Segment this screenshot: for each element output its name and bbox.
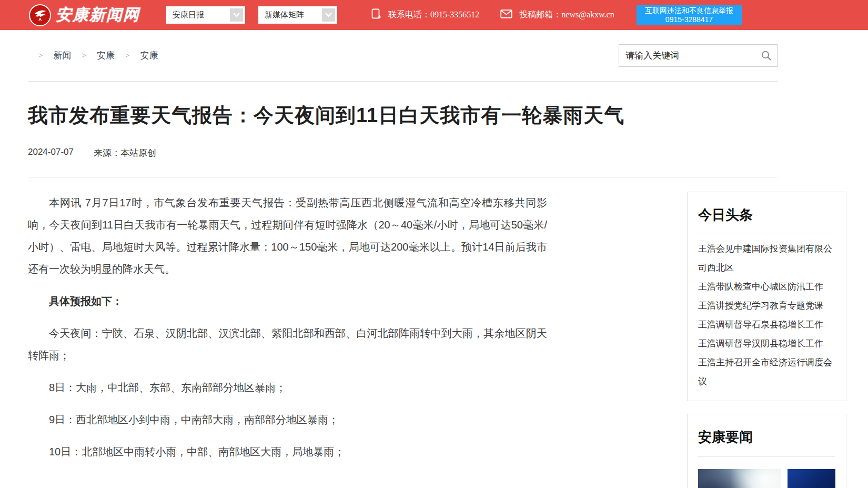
article-body: 本网讯 7月7日17时，市气象台发布重要天气报告：受副热带高压西北侧暖湿气流和高… (28, 192, 547, 488)
phone-icon (371, 8, 381, 22)
article-date: 2024-07-07 (28, 147, 74, 159)
news-graphic-thumbnail[interactable]: 要闻 (788, 469, 835, 488)
chevron-right-icon: > (125, 51, 129, 60)
article-paragraph: 今天夜间：宁陕、石泉、汉阴北部、汉滨北部、紫阳北部和西部、白河北部阵雨转中到大雨… (28, 322, 547, 366)
headline-item[interactable]: 王浩会见中建国际投资集团有限公司西北区 (698, 240, 835, 277)
report-button-line1: 互联网违法和不良信息举报 (637, 6, 742, 15)
submit-email-text: 投稿邮箱：news@akxw.cn (519, 9, 614, 21)
article-source: 来源：本站原创 (94, 147, 156, 159)
today-headlines-list: 王浩会见中建国际投资集团有限公司西北区 王浩带队检查中心城区防汛工作 王浩讲授党… (698, 240, 835, 391)
breadcrumb-ankang[interactable]: 安康 (97, 49, 115, 62)
breadcrumb-row: > 新闻 > 安康 > 安康 (28, 30, 778, 82)
report-button-line2: 0915-3288417 (637, 15, 742, 24)
article-meta: 2024-07-07 来源：本站原创 (28, 147, 778, 159)
chevron-right-icon: > (38, 51, 43, 60)
daily-paper-dropdown[interactable]: 安康日报 (166, 6, 245, 24)
site-name: 安康新闻网 (56, 4, 140, 26)
rain-photo-thumbnail[interactable] (698, 469, 781, 488)
new-media-dropdown-value: 新媒体矩阵 (265, 10, 304, 20)
sidebar: 今日头条 王浩会见中建国际投资集团有限公司西北区 王浩带队检查中心城区防汛工作 … (687, 192, 846, 488)
today-headlines-box: 今日头条 王浩会见中建国际投资集团有限公司西北区 王浩带队检查中心城区防汛工作 … (687, 192, 846, 401)
contact-phone-block: 联系电话：0915-3356512 (371, 8, 479, 22)
page-content: > 新闻 > 安康 > 安康 我市发布重要天气报告：今天夜间到11日白天我市有一… (28, 30, 778, 488)
search-input[interactable] (625, 51, 761, 61)
mail-icon (500, 9, 512, 21)
daily-paper-dropdown-value: 安康日报 (173, 10, 204, 20)
ankang-news-box: 安康要闻 要闻 (687, 414, 846, 488)
site-header: A 安康新闻网 安康日报 新媒体矩阵 联系电话：0915-3356512 (0, 0, 868, 30)
illegal-info-report-button[interactable]: 互联网违法和不良信息举报 0915-3288417 (637, 5, 742, 25)
site-logo[interactable]: A 安康新闻网 (29, 4, 140, 26)
headline-item[interactable]: 王浩主持召开全市经济运行调度会议 (698, 353, 835, 391)
breadcrumb-ankang-2[interactable]: 安康 (140, 49, 158, 62)
article-paragraph: 9日：西北部地区小到中雨，中南部大雨，南部部分地区暴雨； (28, 409, 547, 431)
article-paragraph: 本网讯 7月7日17时，市气象台发布重要天气报告：受副热带高压西北侧暖湿气流和高… (28, 192, 547, 280)
article-paragraph: 10日：北部地区中雨转小雨，中部、南部地区大雨，局地暴雨； (28, 441, 547, 463)
headline-item[interactable]: 王浩讲授党纪学习教育专题党课 (698, 296, 835, 315)
headline-item[interactable]: 王浩调研督导石泉县稳增长工作 (698, 315, 835, 334)
main-area: 本网讯 7月7日17时，市气象台发布重要天气报告：受副热带高压西北侧暖湿气流和高… (28, 192, 778, 488)
new-media-dropdown[interactable]: 新媒体矩阵 (258, 6, 337, 24)
search-box (619, 44, 778, 67)
chevron-right-icon: > (82, 51, 86, 60)
divider (28, 177, 778, 177)
chevron-down-icon (322, 8, 335, 22)
article-paragraph-forecast-heading: 具体预报如下： (28, 290, 547, 312)
logo-bird-icon: A (29, 4, 51, 26)
chevron-down-icon (230, 8, 243, 22)
headline-item[interactable]: 王浩带队检查中心城区防汛工作 (698, 277, 835, 296)
submit-email-block: 投稿邮箱：news@akxw.cn (500, 9, 614, 21)
search-icon[interactable] (761, 50, 772, 61)
contact-phone-text: 联系电话：0915-3356512 (388, 9, 479, 21)
svg-text:A: A (38, 17, 42, 22)
article-title: 我市发布重要天气报告：今天夜间到11日白天我市有一轮暴雨天气 (28, 104, 778, 128)
breadcrumb-news[interactable]: 新闻 (53, 49, 71, 62)
headline-item[interactable]: 王浩调研督导汉阴县稳增长工作 (698, 334, 835, 353)
breadcrumb: > 新闻 > 安康 > 安康 (38, 49, 158, 62)
article-paragraph: 8日：大雨，中北部、东部、东南部部分地区暴雨； (28, 376, 547, 399)
ankang-news-title: 安康要闻 (698, 421, 835, 456)
today-headlines-title: 今日头条 (698, 198, 835, 234)
ankang-news-thumbs: 要闻 (698, 469, 835, 488)
